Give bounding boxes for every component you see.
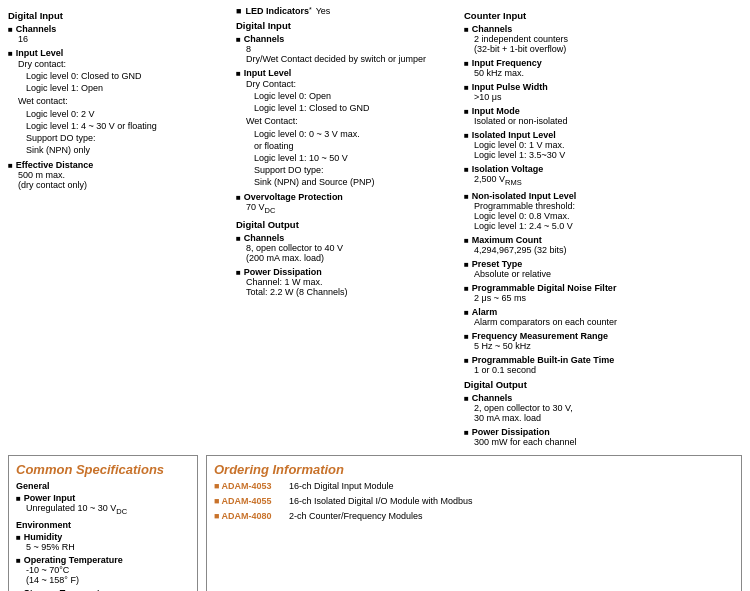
col2-wet-val1: Logic level 0: 0 ~ 3 V max.	[254, 128, 456, 140]
col3-do-ch-label: Channels	[472, 393, 513, 403]
bullet-icon: ■	[16, 556, 21, 565]
storage-temp-block: ■ Storage Temperature -25 ~ 85°C(-13 ~ 1…	[16, 588, 190, 591]
op-temp-value: -10 ~ 70°C(14 ~ 158° F)	[26, 565, 190, 585]
power-input-label: Power Input	[24, 493, 76, 503]
col3-nil-label: Non-isolated Input Level	[472, 191, 577, 201]
col1-input-level: ■ Input Level Dry contact: Logic level 0…	[8, 48, 228, 156]
col3-channels: ■ Channels 2 independent counters(32-bit…	[464, 24, 742, 54]
power-input-value: Unregulated 10 ~ 30 VDC	[26, 503, 190, 516]
col2-wet-val2: or floating	[254, 140, 456, 152]
col2-do-pw-label: Power Dissipation	[244, 267, 322, 277]
ordering-item-4053: ■ ADAM-4053 16-ch Digital Input Module	[214, 481, 734, 491]
col3-mc-label: Maximum Count	[472, 235, 542, 245]
col2-do-title: Digital Output	[236, 219, 456, 230]
bullet-icon: ■	[8, 25, 13, 34]
bullet-icon: ■	[464, 356, 469, 365]
overvoltage-value: 70 VDC	[246, 202, 456, 215]
bullet-icon: ■	[8, 161, 13, 170]
ordering-title: Ordering Information	[214, 462, 734, 477]
col3-if-value: 50 kHz max.	[474, 68, 742, 78]
column-2: ■ LED Indicators * Yes Digital Input ■ C…	[236, 6, 456, 451]
bullet-icon: ■	[464, 192, 469, 201]
bullet-icon: ■	[236, 35, 241, 44]
col3-alarm-value: Alarm comparators on each counter	[474, 317, 742, 327]
bullet-icon: ■	[464, 394, 469, 403]
wet-contact-val3: Support DO type:	[26, 132, 228, 144]
col1-di-title: Digital Input	[8, 10, 228, 21]
col2-di-title: Digital Input	[236, 20, 456, 31]
bullet-icon: ■	[236, 69, 241, 78]
ordering-id-4080: ■ ADAM-4080	[214, 511, 289, 521]
col2-dry-val1: Logic level 0: Open	[254, 90, 456, 102]
col3-fr-label: Frequency Measurement Range	[472, 331, 608, 341]
common-spec-title: Common Specifications	[16, 462, 190, 477]
wet-contact-val1: Logic level 0: 2 V	[26, 108, 228, 120]
bullet-icon: ■	[464, 236, 469, 245]
bullet-icon: ■	[464, 25, 469, 34]
col1-channels: ■ Channels 16	[8, 24, 228, 44]
humidity-block: ■ Humidity 5 ~ 95% RH	[16, 532, 190, 552]
op-temp-label: Operating Temperature	[24, 555, 123, 565]
common-spec-box: Common Specifications General ■ Power In…	[8, 455, 198, 591]
bullet-icon: ■	[464, 284, 469, 293]
general-section-title: General	[16, 481, 190, 491]
col3-do-power: ■ Power Dissipation 300 mW for each chan…	[464, 427, 742, 447]
wet-contact-val4: Sink (NPN) only	[26, 144, 228, 156]
col3-nil-value: Programmable threshold:Logic level 0: 0.…	[474, 201, 742, 231]
col2-wet-val4: Support DO type:	[254, 164, 456, 176]
col3-fr-value: 5 Hz ~ 50 kHz	[474, 341, 742, 351]
storage-temp-label: Storage Temperature	[24, 588, 114, 591]
col2-input-level: ■ Input Level Dry Contact: Logic level 0…	[236, 68, 456, 188]
ordering-id-4055: ■ ADAM-4055	[214, 496, 289, 506]
overvoltage-label: Overvoltage Protection	[244, 192, 343, 202]
bullet-icon: ■	[464, 165, 469, 174]
op-temp-block: ■ Operating Temperature -10 ~ 70°C(14 ~ …	[16, 555, 190, 585]
col3-isolated-input-level: ■ Isolated Input Level Logic level 0: 1 …	[464, 130, 742, 160]
col3-preset-type: ■ Preset Type Absolute or relative	[464, 259, 742, 279]
col2-do-ch-label: Channels	[244, 233, 285, 243]
col3-pw-value: >10 μs	[474, 92, 742, 102]
col2-do-power: ■ Power Dissipation Channel: 1 W max.Tot…	[236, 267, 456, 297]
asterisk: *	[309, 6, 312, 16]
col2-wet: Wet Contact: Logic level 0: 0 ~ 3 V max.…	[246, 115, 456, 188]
col3-alarm-label: Alarm	[472, 307, 498, 317]
humidity-label: Humidity	[24, 532, 63, 542]
col3-freq-range: ■ Frequency Measurement Range 5 Hz ~ 50 …	[464, 331, 742, 351]
bullet-icon: ■	[236, 193, 241, 202]
dry-contact-label: Dry contact:	[18, 58, 228, 70]
bullet-icon: ■	[16, 494, 21, 503]
dry-contact-block: Dry contact: Logic level 0: Closed to GN…	[18, 58, 228, 94]
col3-do-pw-value: 300 mW for each channel	[474, 437, 742, 447]
col2-wet-val5: Sink (NPN) and Source (PNP)	[254, 176, 456, 188]
wet-contact-val2: Logic level 1: 4 ~ 30 V or floating	[26, 120, 228, 132]
col2-dry-label: Dry Contact:	[246, 78, 456, 90]
col2-channels: ■ Channels 8Dry/Wet Contact decided by s…	[236, 34, 456, 64]
col2-wet-label: Wet Contact:	[246, 115, 456, 127]
ordering-item-4080: ■ ADAM-4080 2-ch Counter/Frequency Modul…	[214, 511, 734, 521]
col3-iv-value: 2,500 VRMS	[474, 174, 742, 187]
ordering-desc-4055: 16-ch Isolated Digital I/O Module with M…	[289, 496, 473, 506]
col2-do-channels: ■ Channels 8, open collector to 40 V(200…	[236, 233, 456, 263]
col3-gt-value: 1 or 0.1 second	[474, 365, 742, 375]
col3-max-count: ■ Maximum Count 4,294,967,295 (32 bits)	[464, 235, 742, 255]
col3-isolation-voltage: ■ Isolation Voltage 2,500 VRMS	[464, 164, 742, 187]
bullet-icon: ■	[464, 308, 469, 317]
ordering-desc-4080: 2-ch Counter/Frequency Modules	[289, 511, 423, 521]
col3-pt-label: Preset Type	[472, 259, 522, 269]
col1-eff-dist: ■ Effective Distance 500 m max.(dry cont…	[8, 160, 228, 190]
col3-counter-title: Counter Input	[464, 10, 742, 21]
eff-dist-value: 500 m max.(dry contact only)	[18, 170, 228, 190]
bullet-icon: ■	[16, 533, 21, 542]
col3-pt-value: Absolute or relative	[474, 269, 742, 279]
bullet-icon: ■	[236, 268, 241, 277]
col3-im-value: Isolated or non-isolated	[474, 116, 742, 126]
col2-il-label: Input Level	[244, 68, 292, 78]
bottom-area: Common Specifications General ■ Power In…	[0, 455, 750, 591]
input-level-label: Input Level	[16, 48, 64, 58]
col2-dry-val2: Logic level 1: Closed to GND	[254, 102, 456, 114]
bullet-icon: ■	[464, 59, 469, 68]
col3-do-pw-label: Power Dissipation	[472, 427, 550, 437]
bullet-icon: ■	[464, 131, 469, 140]
ordering-desc-4053: 16-ch Digital Input Module	[289, 481, 394, 491]
col3-iv-label: Isolation Voltage	[472, 164, 543, 174]
